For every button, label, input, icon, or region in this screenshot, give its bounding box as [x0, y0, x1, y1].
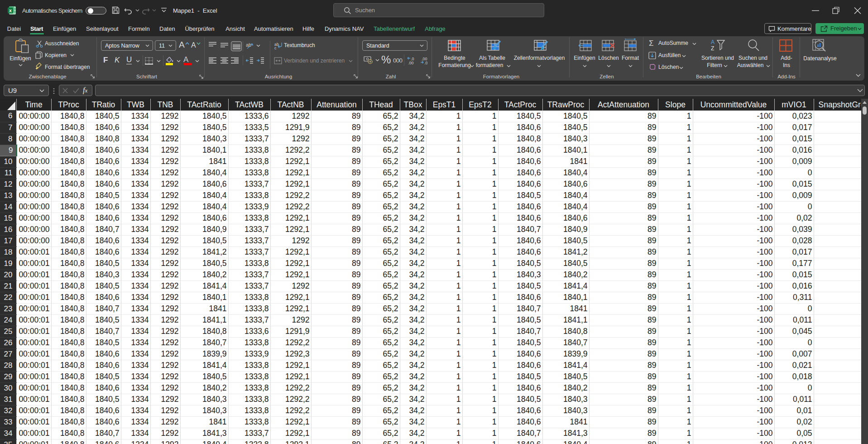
svg-text:x: x: [9, 8, 12, 13]
svg-text:Z: Z: [711, 45, 714, 52]
svg-text:,0: ,0: [424, 61, 427, 65]
svg-text:,00: ,00: [408, 61, 414, 65]
svg-text:A: A: [711, 39, 715, 45]
svg-text:ab: ab: [246, 42, 251, 48]
svg-text:c: c: [274, 46, 277, 50]
